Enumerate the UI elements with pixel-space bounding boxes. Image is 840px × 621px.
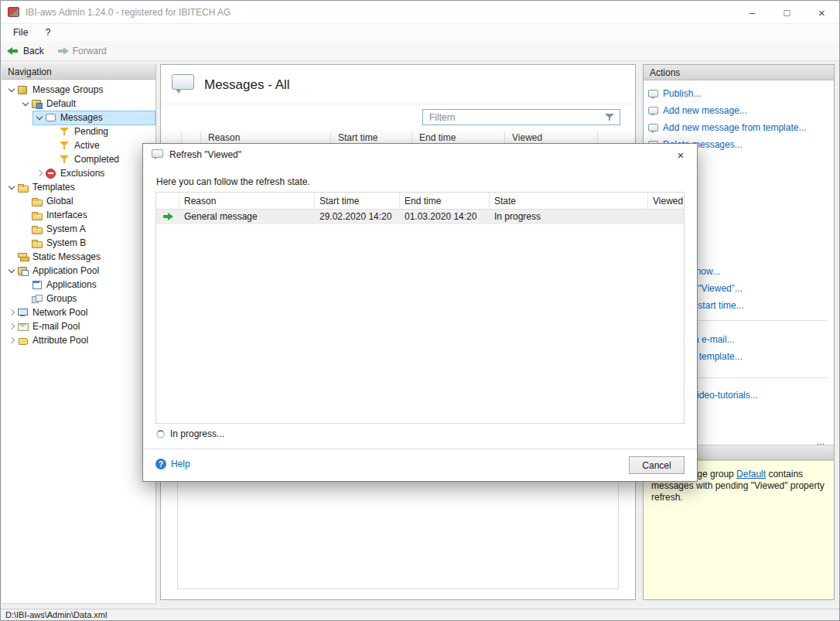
table-row[interactable]: General message 29.02.2020 14:20 01.03.2… [156, 210, 684, 224]
messages-icon [45, 112, 57, 123]
forward-button[interactable]: Forward [50, 43, 113, 59]
tree-item-network-pool[interactable]: Network Pool [2, 305, 155, 319]
column-start-time[interactable]: Start time [315, 193, 400, 209]
chevron-collapsed-icon[interactable] [6, 324, 17, 329]
chevron-expanded-icon[interactable] [6, 89, 17, 91]
cell-reason: General message [179, 210, 315, 224]
chevron-expanded-icon[interactable] [20, 103, 31, 105]
column-reason[interactable]: Reason [179, 193, 315, 209]
default-group-link[interactable]: Default [736, 469, 766, 479]
column-divider [181, 131, 182, 143]
messages-page-icon [172, 74, 195, 94]
dialog-footer: Help Cancel [143, 449, 697, 481]
window-title: IBI-aws Admin 1.24.0 - registered for IB… [26, 7, 230, 18]
funnel-icon [59, 140, 71, 151]
column-state[interactable]: State [490, 193, 648, 209]
filter-input[interactable] [423, 112, 604, 123]
column-reason[interactable]: Reason [208, 132, 240, 143]
tree-item-application-pool[interactable]: Application Pool [2, 264, 155, 278]
tree-item-exclusions[interactable]: Exclusions [2, 166, 155, 180]
tree-item-active[interactable]: Active [2, 138, 155, 152]
tree-item-message-groups[interactable]: Message Groups [2, 83, 155, 97]
minimize-button[interactable]: – [735, 1, 770, 24]
in-progress-arrow-icon [162, 213, 173, 221]
menu-file[interactable]: File [6, 25, 35, 40]
help-label: Help [171, 459, 190, 469]
action-label: Add new message... [663, 105, 747, 116]
table-header-row: Reason Start time End time State Viewed [156, 193, 684, 210]
back-button[interactable]: Back [1, 43, 50, 59]
close-button[interactable]: × [804, 1, 839, 24]
chevron-expanded-icon[interactable] [34, 117, 45, 119]
navigation-header: Navigation [2, 64, 155, 80]
chevron-collapsed-icon[interactable] [34, 171, 45, 176]
tree-label: Application Pool [29, 265, 102, 276]
chevron-collapsed-icon[interactable] [6, 338, 17, 343]
app-window: IBI-aws Admin 1.24.0 - registered for IB… [0, 0, 840, 621]
tree-label: Groups [43, 293, 80, 304]
tree-item-interfaces[interactable]: Interfaces [2, 208, 155, 222]
tree-item-system-a[interactable]: System A [2, 222, 155, 236]
chevron-collapsed-icon[interactable] [6, 310, 17, 315]
dialog-intro-text: Here you can follow the refresh state. [156, 176, 310, 187]
refresh-state-table: Reason Start time End time State Viewed … [155, 192, 685, 424]
tree-item-static-messages[interactable]: Static Messages [2, 250, 155, 264]
header-separator [161, 104, 635, 104]
tree-item-default[interactable]: Default [2, 97, 155, 111]
folder-icon [31, 237, 43, 248]
tree-item-system-b[interactable]: System B [2, 236, 155, 250]
action-icon [648, 89, 659, 99]
tree-item-pending[interactable]: Pending [2, 125, 155, 138]
dialog-close-button[interactable]: × [664, 144, 697, 165]
cancel-button[interactable]: Cancel [629, 456, 685, 474]
tree-label: Static Messages [29, 251, 104, 262]
tree-item-templates[interactable]: Templates [2, 180, 155, 194]
column-viewed[interactable]: Viewed [648, 193, 684, 209]
action-label: Add new message from template... [663, 122, 806, 133]
tree-item-messages[interactable]: Messages [2, 111, 155, 125]
help-link[interactable]: Help [155, 459, 190, 469]
column-start-time[interactable]: Start time [338, 132, 377, 143]
tree-label: E-mail Pool [29, 321, 83, 332]
tree-label: Interfaces [43, 210, 90, 220]
tree-label: Attribute Pool [29, 335, 91, 346]
column-divider [597, 131, 598, 143]
filter-funnel-icon[interactable] [604, 112, 616, 122]
action-icon [648, 106, 659, 116]
tree-label: Global [43, 196, 77, 206]
actions-header: Actions [644, 65, 834, 80]
tree-label: Message Groups [29, 84, 106, 95]
dialog-title: Refresh "Viewed" [169, 149, 241, 160]
tree-item-email-pool[interactable]: E-mail Pool [2, 319, 155, 333]
column-icon [156, 193, 179, 209]
tree-item-applications[interactable]: Applications [2, 278, 155, 292]
cell-viewed [648, 210, 684, 224]
action-publish[interactable]: Publish... [648, 87, 701, 101]
column-end-time[interactable]: End time [400, 193, 490, 209]
tree-label: System A [43, 223, 89, 234]
folder-icon [31, 196, 43, 206]
column-end-time[interactable]: End time [419, 132, 456, 143]
maximize-button[interactable]: □ [770, 1, 804, 24]
tree-label: Network Pool [29, 307, 90, 318]
tree-item-completed[interactable]: Completed [2, 152, 155, 166]
help-icon [155, 459, 166, 469]
tree-label: Completed [71, 154, 122, 165]
column-viewed[interactable]: Viewed [512, 132, 542, 143]
window-controls: – □ × [735, 1, 839, 24]
column-divider [330, 131, 331, 143]
tree-item-global[interactable]: Global [2, 194, 155, 208]
spinner-icon [156, 430, 165, 438]
tree-label: Messages [57, 112, 106, 123]
tree-item-attribute-pool[interactable]: Attribute Pool [2, 333, 155, 347]
funnel-icon [59, 154, 71, 165]
action-add-new-message[interactable]: Add new message... [648, 104, 747, 118]
chevron-expanded-icon[interactable] [6, 186, 17, 189]
toolbar: Back Forward [1, 41, 839, 61]
menu-help[interactable]: ? [39, 25, 58, 40]
tree-item-groups[interactable]: Groups [2, 292, 155, 305]
message-group-icon [31, 98, 43, 109]
chevron-expanded-icon[interactable] [6, 270, 17, 272]
action-add-new-message-from-template[interactable]: Add new message from template... [648, 121, 806, 135]
funnel-icon [59, 126, 71, 137]
